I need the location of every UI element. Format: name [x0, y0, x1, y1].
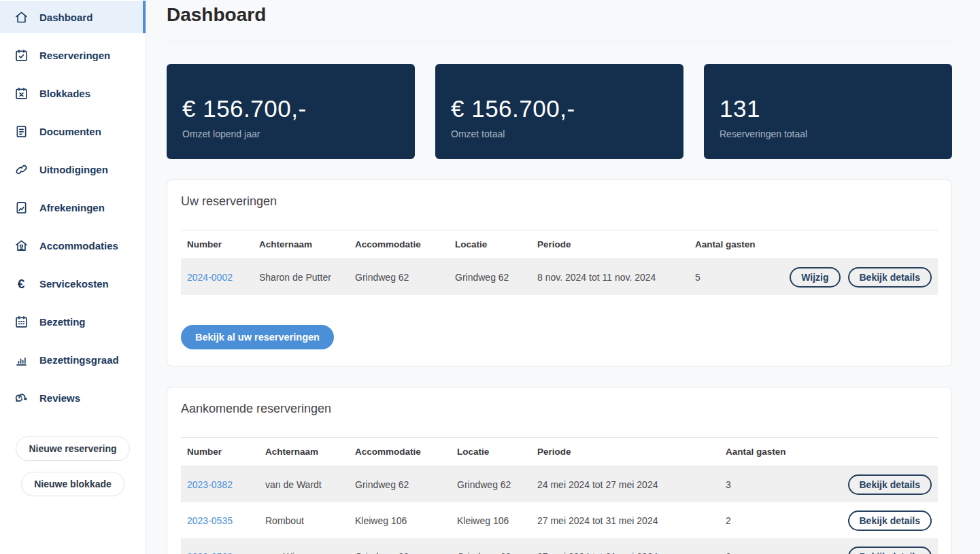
bekijk-details-button[interactable]: Bekijk details	[848, 547, 932, 554]
column-header-accommodatie: Accommodatie	[355, 447, 457, 457]
sidebar-nav: DashboardReserveringenBlokkadesDocumente…	[0, 1, 146, 414]
column-header-aantal-gasten: Aantal gasten	[695, 239, 932, 249]
stat-card-omzet-lopend-jaar: € 156.700,-Omzet lopend jaar	[167, 64, 415, 159]
sidebar-item-label: Reserveringen	[39, 50, 110, 61]
cell-number: 2024-0002	[187, 272, 259, 283]
table-row: 2023-0382van de WardtGrindweg 62Grindweg…	[181, 466, 938, 502]
column-header-locatie: Locatie	[455, 239, 537, 249]
sidebar-item-documenten[interactable]: Documenten	[0, 115, 146, 148]
sidebar-item-accommodaties[interactable]: Accommodaties	[0, 229, 146, 262]
reservation-number-link[interactable]: 2024-0002	[187, 272, 233, 283]
calendar-check-icon	[14, 48, 29, 63]
upcoming-reservations-table: NumberAchternaamAccommodatieLocatiePerio…	[181, 437, 938, 554]
cell-achternaam: Sharon de Putter	[259, 272, 355, 283]
cell-number: 2023-0382	[187, 479, 265, 490]
sidebar-item-label: Servicekosten	[39, 278, 109, 290]
view-all-reservations-button[interactable]: Bekijk al uw reserveringen	[181, 325, 334, 349]
sidebar-item-bezetting[interactable]: Bezetting	[0, 305, 146, 338]
cell-number: 2023-0563	[187, 551, 265, 554]
stat-label: Omzet lopend jaar	[182, 128, 401, 139]
file-chart-icon	[14, 200, 29, 215]
your-reservations-title: Uw reserveringen	[181, 194, 938, 209]
sidebar-item-label: Documenten	[39, 126, 101, 137]
stat-card-reserveringen-totaal: 131Reserveringen totaal	[704, 64, 952, 159]
stats-row: € 156.700,-Omzet lopend jaar€ 156.700,-O…	[167, 64, 952, 159]
sidebar-buttons: Nieuwe reservering Nieuwe blokkade	[0, 436, 146, 496]
cell-accommodatie: Kleiweg 106	[355, 515, 457, 526]
calendar-x-icon	[14, 86, 29, 101]
sidebar-item-label: Bezetting	[39, 316, 86, 328]
reservation-number-link[interactable]: 2023-0563	[187, 551, 233, 554]
your-reservations-card: Uw reserveringen NumberAchternaamAccommo…	[167, 179, 952, 366]
cell-accommodatie: Grindweg 62	[355, 551, 457, 554]
column-header-locatie: Locatie	[457, 447, 537, 457]
stat-value: € 156.700,-	[182, 95, 401, 122]
upcoming-reservations-title: Aankomende reserveringen	[181, 402, 938, 416]
sidebar-item-label: Uitnodigingen	[39, 164, 108, 175]
column-header-achternaam: Achternaam	[259, 239, 355, 249]
sidebar-item-bezettingsgraad[interactable]: Bezettingsgraad	[0, 343, 146, 376]
cell-accommodatie: Grindweg 62	[355, 479, 457, 490]
wijzig-button[interactable]: Wijzig	[790, 267, 840, 288]
your-reservations-table: NumberAchternaamAccommodatieLocatiePerio…	[181, 230, 938, 295]
sidebar-item-dashboard[interactable]: Dashboard	[0, 1, 146, 33]
cell-accommodatie: Grindweg 62	[355, 272, 455, 283]
cell-periode: 8 nov. 2024 tot 11 nov. 2024	[537, 272, 695, 283]
sidebar-item-label: Dashboard	[39, 12, 92, 23]
cell-aantal-gasten: 5	[695, 272, 790, 283]
sidebar-item-servicekosten[interactable]: €Servicekosten	[0, 267, 146, 300]
cell-achternaam: Rombout	[265, 515, 355, 526]
bekijk-details-button[interactable]: Bekijk details	[848, 267, 932, 288]
stat-label: Omzet totaal	[451, 128, 670, 139]
stat-value: 131	[720, 95, 939, 122]
bar-chart-icon	[14, 352, 29, 367]
table-header-row: NumberAchternaamAccommodatieLocatiePerio…	[181, 230, 938, 259]
cell-periode: 27 mei 2024 tot 31 mei 2024	[537, 515, 726, 526]
bekijk-details-button[interactable]: Bekijk details	[848, 510, 932, 531]
header-divider	[167, 41, 952, 41]
home-icon	[14, 10, 29, 24]
table-row: 2023-0535RomboutKleiweg 106Kleiweg 10627…	[181, 502, 938, 538]
table-header-row: NumberAchternaamAccommodatieLocatiePerio…	[181, 437, 938, 466]
main-content: Dashboard € 156.700,-Omzet lopend jaar€ …	[146, 0, 980, 554]
cell-number: 2023-0535	[187, 515, 265, 526]
link-icon	[14, 162, 29, 177]
document-icon	[14, 124, 29, 139]
column-header-accommodatie: Accommodatie	[355, 239, 455, 249]
cell-periode: 27 mei 2024 tot 31 mei 2024	[537, 551, 726, 554]
new-block-button[interactable]: Nieuwe blokkade	[21, 472, 124, 496]
table-row: 2024-0002Sharon de PutterGrindweg 62Grin…	[181, 259, 938, 295]
calendar-grid-icon	[14, 314, 29, 329]
row-actions: Bekijk details	[848, 474, 932, 495]
sidebar-item-uitnodigingen[interactable]: Uitnodigingen	[0, 153, 146, 186]
stat-card-omzet-totaal: € 156.700,-Omzet totaal	[435, 64, 683, 159]
stat-value: € 156.700,-	[451, 95, 670, 122]
stat-label: Reserveringen totaal	[720, 128, 939, 139]
sidebar-item-blokkades[interactable]: Blokkades	[0, 77, 146, 109]
new-reservation-button[interactable]: Nieuwe reservering	[16, 436, 129, 461]
column-header-achternaam: Achternaam	[265, 447, 355, 457]
row-actions: Bekijk details	[848, 547, 932, 554]
sidebar-item-reviews[interactable]: Reviews	[0, 381, 146, 414]
row-actions: Bekijk details	[848, 510, 932, 531]
cell-aantal-gasten: 2	[726, 515, 848, 526]
cell-locatie: Grindweg 62	[457, 479, 537, 490]
reservation-number-link[interactable]: 2023-0535	[187, 515, 233, 526]
cell-locatie: Grindweg 62	[457, 551, 537, 554]
column-header-aantal-gasten: Aantal gasten	[726, 447, 932, 457]
sidebar-item-label: Afrekeningen	[39, 202, 105, 213]
euro-icon: €	[14, 276, 29, 291]
cell-aantal-gasten: 6	[726, 551, 848, 554]
sidebar-item-label: Reviews	[39, 392, 80, 404]
row-actions: WijzigBekijk details	[790, 267, 932, 288]
column-header-number: Number	[187, 447, 265, 457]
bekijk-details-button[interactable]: Bekijk details	[848, 474, 932, 495]
table-row: 2023-0563van WiggenGrindweg 62Grindweg 6…	[181, 538, 938, 554]
sidebar-item-afrekeningen[interactable]: Afrekeningen	[0, 191, 146, 224]
cell-achternaam: van Wiggen	[265, 551, 355, 554]
house-user-icon	[14, 238, 29, 253]
sidebar-item-label: Bezettingsgraad	[39, 354, 119, 366]
chat-icon	[14, 390, 29, 405]
sidebar-item-reserveringen[interactable]: Reserveringen	[0, 39, 146, 71]
reservation-number-link[interactable]: 2023-0382	[187, 479, 233, 490]
